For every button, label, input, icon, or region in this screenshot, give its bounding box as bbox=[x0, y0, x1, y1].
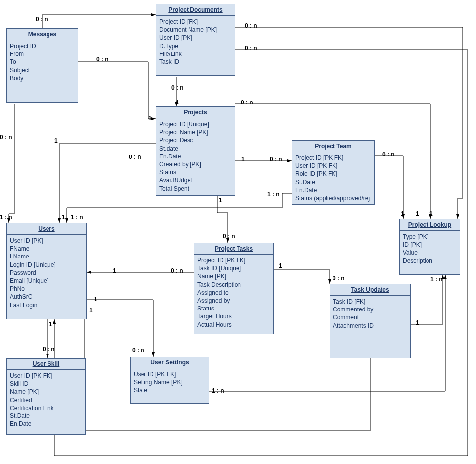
cardinality-label: 0 : n bbox=[171, 267, 183, 274]
entity-project-tasks: Project Tasks Project ID [PK FK] Task ID… bbox=[194, 243, 274, 334]
cardinality-label: 0 : n bbox=[36, 16, 48, 23]
entity-project-team: Project Team Project ID [PK FK] User ID … bbox=[292, 140, 375, 205]
cardinality-label: 0 : n bbox=[382, 151, 395, 158]
cardinality-label: 1 bbox=[62, 214, 65, 221]
entity-body: Project ID [FK] Document Name [PK] User … bbox=[156, 16, 235, 68]
cardinality-label: 1 bbox=[54, 137, 58, 144]
entity-users: Users User ID [PK] FName LName Login ID … bbox=[6, 223, 87, 319]
cardinality-label: 0 : n bbox=[171, 84, 184, 91]
cardinality-label: 1 bbox=[113, 267, 116, 274]
cardinality-label: 1 bbox=[49, 321, 52, 328]
entity-title: Project Documents bbox=[156, 4, 235, 16]
entity-title: User Skill bbox=[7, 359, 85, 370]
entity-task-updates: Task Updates Task ID [FK] Commented by C… bbox=[330, 284, 411, 358]
entity-project-lookup: Project Lookup Type [PK] ID [PK] Value D… bbox=[399, 219, 460, 275]
entity-messages: Messages Project ID From To Subject Body bbox=[6, 28, 78, 103]
entity-title: User Settings bbox=[131, 357, 209, 368]
cardinality-label: 0 : n bbox=[270, 156, 282, 163]
cardinality-label: 1 bbox=[219, 197, 222, 204]
entity-body: Project ID [PK FK] User ID [PK FK] Role … bbox=[292, 152, 374, 204]
cardinality-label: 1 bbox=[429, 210, 433, 217]
entity-body: Project ID [Unique] Project Name [PK] Pr… bbox=[156, 118, 235, 195]
cardinality-label: 0 : n bbox=[241, 99, 253, 106]
cardinality-label: 1 bbox=[416, 210, 419, 217]
entity-body: Project ID [PK FK] Task ID [Unique] Name… bbox=[194, 255, 273, 331]
cardinality-label: 1 bbox=[148, 115, 152, 122]
cardinality-label: 1 : n bbox=[212, 387, 224, 394]
cardinality-label: 0 : n bbox=[245, 22, 257, 29]
cardinality-label: 0 : n bbox=[96, 56, 109, 63]
cardinality-label: 1 bbox=[401, 210, 404, 217]
cardinality-label: 0 : n bbox=[132, 347, 144, 354]
cardinality-label: 1 bbox=[94, 296, 97, 303]
cardinality-label: 1 : n bbox=[430, 276, 443, 283]
cardinality-label: 1 : n bbox=[0, 214, 12, 221]
entity-title: Users bbox=[7, 223, 86, 235]
entity-body: User ID [PK FK] Skill ID Name [PK] Certi… bbox=[7, 370, 85, 430]
entity-body: User ID [PK FK] Setting Name [PK] State bbox=[131, 368, 209, 397]
cardinality-label: 0 : n bbox=[333, 275, 345, 282]
entity-projects: Projects Project ID [Unique] Project Nam… bbox=[156, 106, 235, 196]
entity-user-settings: User Settings User ID [PK FK] Setting Na… bbox=[130, 357, 209, 404]
entity-title: Task Updates bbox=[330, 284, 410, 296]
cardinality-label: 0 : n bbox=[223, 233, 235, 240]
entity-project-documents: Project Documents Project ID [FK] Docume… bbox=[156, 4, 235, 76]
entity-body: Project ID From To Subject Body bbox=[7, 40, 78, 84]
cardinality-label: 0 : n bbox=[43, 346, 55, 353]
cardinality-label: 1 : n bbox=[71, 214, 83, 221]
entity-title: Project Team bbox=[292, 141, 374, 152]
cardinality-label: 1 bbox=[89, 307, 93, 314]
cardinality-label: 1 bbox=[279, 262, 282, 269]
entity-user-skill: User Skill User ID [PK FK] Skill ID Name… bbox=[6, 358, 86, 435]
cardinality-label: 1 bbox=[176, 99, 179, 106]
entity-title: Projects bbox=[156, 107, 235, 118]
entity-body: Type [PK] ID [PK] Value Description bbox=[400, 231, 460, 267]
entity-body: Task ID [FK] Commented by Comment Attach… bbox=[330, 296, 410, 332]
entity-title: Messages bbox=[7, 29, 78, 40]
cardinality-label: 1 bbox=[241, 156, 245, 163]
cardinality-label: 1 : n bbox=[267, 191, 280, 198]
cardinality-label: 0 : n bbox=[0, 134, 12, 141]
cardinality-label: 0 : n bbox=[245, 45, 257, 52]
entity-title: Project Lookup bbox=[400, 219, 460, 231]
entity-body: User ID [PK] FName LName Login ID [Uniqu… bbox=[7, 235, 86, 311]
cardinality-label: 1 bbox=[416, 319, 419, 326]
cardinality-label: 0 : n bbox=[129, 154, 141, 160]
entity-title: Project Tasks bbox=[194, 243, 273, 255]
